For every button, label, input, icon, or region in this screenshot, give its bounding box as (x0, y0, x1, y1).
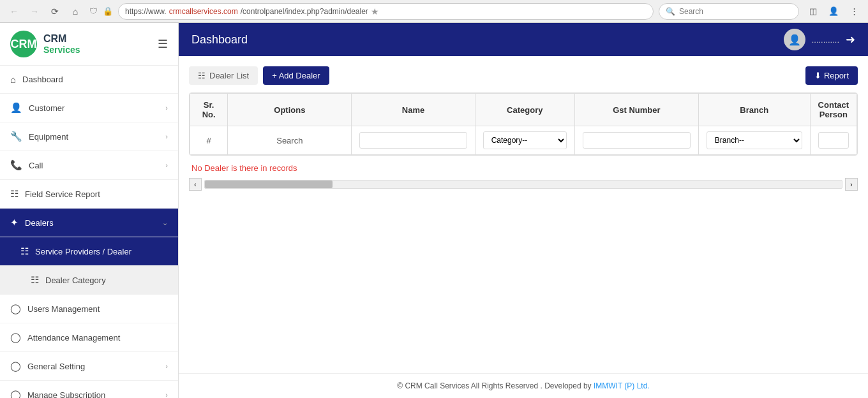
sr-no-hash: # (190, 126, 228, 155)
sidebar-item-label: Equipment (29, 132, 159, 142)
scroll-thumb[interactable] (205, 181, 333, 188)
add-dealer-button[interactable]: + Add Dealer (263, 66, 329, 85)
report-button[interactable]: ⬇ Report (805, 66, 858, 85)
sidebar-item-field-service-report[interactable]: ☷ Field Service Report (0, 180, 178, 209)
toolbar: ☷ Dealer List + Add Dealer ⬇ Report (189, 66, 858, 85)
table-header-row: Sr. No. Options Name Category Gst Number… (190, 94, 857, 126)
dealer-table-container: Sr. No. Options Name Category Gst Number… (189, 92, 858, 156)
footer-copyright: © CRM Call Services All Rights Reserved (397, 381, 538, 390)
sidebar-item-label: Call (29, 161, 159, 170)
category-filter-cell: Category-- (475, 126, 574, 155)
col-gst-number: Gst Number (574, 94, 698, 126)
sidebar-item-manage-subscription[interactable]: ◯ Manage Subscription › (0, 381, 178, 398)
logo-icon: CRM (10, 31, 37, 57)
sidebar-item-attendance-management[interactable]: ◯ Attendance Management (0, 323, 178, 352)
add-dealer-label: + Add Dealer (272, 71, 320, 80)
report-icon: ☷ (10, 188, 19, 200)
bookmark-icon[interactable]: ★ (371, 6, 379, 17)
profile-button[interactable]: 👤 (825, 3, 842, 20)
sidebar-item-label: Manage Subscription (27, 390, 159, 399)
settings-icon: ◯ (10, 360, 21, 372)
col-contact-person: Contact Person (810, 94, 857, 126)
hamburger-button[interactable]: ☰ (158, 37, 168, 51)
horizontal-scrollbar[interactable]: ‹ › (189, 175, 858, 193)
col-branch: Branch (698, 94, 810, 126)
sidebar-item-label: Field Service Report (25, 189, 168, 199)
chevron-right-icon: › (165, 104, 168, 112)
toolbar-left: ☷ Dealer List + Add Dealer (189, 66, 329, 85)
contact-search-input[interactable] (818, 132, 849, 149)
sidebar-item-call[interactable]: 📞 Call › (0, 151, 178, 180)
users-icon: ◯ (10, 303, 21, 314)
reload-button[interactable]: ⟳ (46, 3, 64, 20)
chevron-right-icon: › (165, 362, 168, 370)
browser-search-bar[interactable]: 🔍 Search (659, 3, 799, 20)
gst-search-input[interactable] (583, 132, 691, 149)
chevron-right-icon: › (165, 133, 168, 140)
forward-button[interactable]: → (26, 3, 43, 20)
branch-filter-select[interactable]: Branch-- (707, 131, 802, 149)
scroll-left-button[interactable]: ‹ (189, 178, 202, 191)
page-title: Dashboard (191, 33, 248, 47)
gst-search-cell (574, 126, 698, 155)
sidebar-item-customer[interactable]: 👤 Customer › (0, 94, 178, 122)
scroll-track[interactable] (204, 180, 842, 189)
page-footer: © CRM Call Services All Rights Reserved … (179, 373, 868, 398)
list-icon: ☷ (198, 71, 206, 80)
col-category: Category (475, 94, 574, 126)
extensions-button[interactable]: ◫ (804, 3, 822, 20)
top-header: Dashboard 👤 ............ ➜ (179, 23, 868, 56)
url-highlight: crmcallservices.com (169, 7, 238, 16)
home-button[interactable]: ⌂ (66, 3, 84, 20)
sidebar-item-dealers[interactable]: ✦ Dealers ⌄ (0, 209, 178, 237)
equipment-icon: 🔧 (10, 131, 22, 142)
sidebar-item-label: Dashboard (22, 75, 168, 84)
sidebar-item-general-setting[interactable]: ◯ General Setting › (0, 352, 178, 381)
sidebar-item-label: Service Providers / Dealer (35, 247, 168, 256)
col-name: Name (352, 94, 475, 126)
sidebar-item-label: Dealers (25, 218, 156, 228)
avatar: 👤 (784, 29, 805, 50)
logout-button[interactable]: ➜ (846, 33, 855, 47)
more-button[interactable]: ⋮ (845, 3, 863, 20)
sidebar-item-equipment[interactable]: 🔧 Equipment › (0, 122, 178, 151)
header-actions: 👤 ............ ➜ (784, 29, 855, 50)
sidebar-item-label: General Setting (27, 362, 159, 371)
browser-action-buttons: ◫ 👤 ⋮ (804, 3, 863, 20)
sidebar: CRM CRM Services ☰ ⌂ Dashboard 👤 Custome… (0, 23, 179, 398)
search-icon: 🔍 (666, 7, 675, 16)
footer-company-link[interactable]: IMMWIT (P) Ltd. (594, 381, 650, 390)
customer-icon: 👤 (10, 102, 22, 114)
sidebar-item-label: Attendance Management (27, 333, 168, 343)
sidebar-item-dealer-category[interactable]: ☷ Dealer Category (0, 266, 178, 295)
url-suffix: /controlpanel/index.php?admin/dealer (241, 7, 368, 16)
sidebar-item-service-providers-dealer[interactable]: ☷ Service Providers / Dealer (0, 237, 178, 266)
chevron-right-icon: › (165, 391, 168, 398)
list-icon: ☷ (20, 246, 29, 257)
user-name: ............ (812, 35, 839, 45)
logo-services: Services (43, 45, 80, 55)
report-label: ⬇ Report (814, 71, 849, 80)
sidebar-item-label: Users Management (27, 304, 168, 314)
shield-icon: 🛡 (89, 6, 98, 16)
sidebar-item-dashboard[interactable]: ⌂ Dashboard (0, 66, 178, 94)
app-container: CRM CRM Services ☰ ⌂ Dashboard 👤 Custome… (0, 23, 868, 398)
main-content: Dashboard 👤 ............ ➜ ☷ Dealer List… (179, 23, 868, 398)
back-button[interactable]: ← (5, 3, 23, 20)
scroll-right-button[interactable]: › (845, 178, 858, 191)
name-search-input[interactable] (359, 132, 467, 149)
url-prefix: https://www. (125, 7, 167, 16)
sidebar-item-label: Customer (29, 103, 159, 113)
category-filter-select[interactable]: Category-- (483, 131, 567, 149)
dealer-list-label: Dealer List (209, 71, 249, 80)
dealer-list-tab[interactable]: ☷ Dealer List (189, 66, 258, 85)
url-bar[interactable]: https://www.crmcallservices.com/controlp… (118, 3, 654, 20)
logo-crm: CRM (43, 33, 80, 45)
sidebar-item-users-management[interactable]: ◯ Users Management (0, 295, 178, 323)
col-options: Options (228, 94, 352, 126)
dealer-table: Sr. No. Options Name Category Gst Number… (190, 93, 857, 155)
sidebar-item-label: Dealer Category (45, 276, 168, 285)
logo-text: CRM Services (43, 33, 80, 55)
options-search-label: Search (228, 126, 352, 155)
search-placeholder: Search (679, 7, 703, 16)
